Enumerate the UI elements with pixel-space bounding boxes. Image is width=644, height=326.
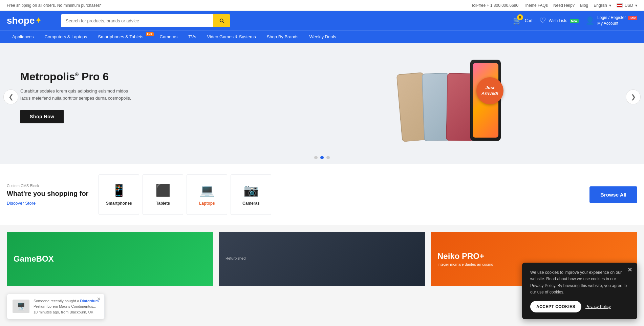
account-link[interactable]: 👤 Login / Register Sale My Account (585, 15, 637, 26)
category-smartphones[interactable]: 📱 Smartphones (99, 174, 139, 215)
nav-item-cameras[interactable]: Cameras (154, 31, 183, 43)
promo-text: Free shipping on all orders. No minimum … (7, 3, 101, 8)
header-actions: 🛒 0 Cart ♡ Wish Lists New 👤 Login / Regi… (513, 15, 637, 26)
promo-subtitle-neiko: Integer momare dantes an cosmo (437, 262, 493, 266)
slider-dot-2[interactable] (320, 156, 324, 159)
hot-badge: Hot (146, 32, 154, 36)
logo-text: shope (7, 15, 35, 26)
category-tablets[interactable]: ⬛ Tablets (143, 174, 183, 215)
promo-text-refurbished: Refurbished (226, 256, 245, 262)
nav-item-computers[interactable]: Computers & Laptops (39, 31, 93, 43)
category-smartphones-label: Smartphones (106, 201, 132, 206)
new-badge: New (570, 19, 579, 23)
hero-slider: ❮ Metropolis® Pro 6 Curabitur sodales lo… (0, 43, 644, 151)
nav-item-appliances[interactable]: Appliances (7, 31, 39, 43)
category-section: Custom CMS Block What're you shopping fo… (0, 164, 644, 225)
blog-link[interactable]: Blog (580, 3, 588, 8)
nav-item-smartphones[interactable]: Smartphones & Tablets Hot (92, 31, 154, 43)
wishlist-label: Wish Lists New (549, 18, 579, 24)
category-icons: 📱 Smartphones ⬛ Tablets 💻 Laptops 📷 Came… (99, 174, 579, 215)
logo-star-icon: ✦ (35, 16, 41, 25)
category-title: What're you shopping for (7, 190, 88, 198)
language-label: English (594, 3, 607, 8)
nav-item-video-games[interactable]: Video Games & Systems (201, 31, 261, 43)
phone-number: Toll-free + 1.800.000.6690 (471, 3, 518, 8)
category-text: Custom CMS Block What're you shopping fo… (7, 184, 88, 206)
smartphone-icon: 📱 (111, 183, 127, 198)
promo-banner-gamebox[interactable]: GameBOX (7, 232, 213, 286)
cookie-message: We use cookies to improve your experienc… (530, 269, 629, 286)
slider-dot-1[interactable] (314, 156, 318, 159)
tablet-icon: ⬛ (155, 183, 171, 198)
slider-dots (0, 151, 644, 164)
hero-description: Curabitur sodales lorem quis adipiscing … (20, 88, 135, 102)
slider-next-button[interactable]: ❯ (626, 89, 641, 104)
wishlist-link[interactable]: ♡ Wish Lists New (539, 16, 579, 25)
cart-label: Cart (525, 18, 533, 24)
category-tablets-label: Tablets (156, 201, 170, 206)
heart-icon: ♡ (539, 16, 546, 25)
promo-banner-refurbished[interactable]: Refurbished (219, 232, 425, 286)
currency-label: USD (625, 3, 633, 8)
camera-icon: 📷 (243, 183, 259, 198)
nav-item-weekly-deals[interactable]: Weekly Deals (304, 31, 342, 43)
slider-prev-button[interactable]: ❮ (3, 89, 18, 104)
my-account-label: My Account (597, 21, 637, 26)
nav-item-brands[interactable]: Shop By Brands (261, 31, 304, 43)
slider-dot-3[interactable] (326, 156, 330, 159)
main-nav: Appliances Computers & Laptops Smartphon… (0, 30, 644, 43)
laptop-icon: 💻 (199, 183, 215, 198)
category-cameras[interactable]: 📷 Cameras (231, 174, 271, 215)
cart-link[interactable]: 🛒 0 Cart (513, 16, 533, 25)
hero-content: Metropolis® Pro 6 Curabitur sodales lore… (0, 57, 290, 137)
category-cameras-label: Cameras (242, 201, 260, 206)
nav-item-tvs[interactable]: TVs (183, 31, 201, 43)
promo-label-refurbished: Refurbished (226, 256, 245, 260)
currency-selector[interactable]: USD ▾ (617, 3, 637, 8)
browse-all-button[interactable]: Browse All (589, 186, 637, 203)
cookie-banner: ✕ We use cookies to improve your experie… (522, 263, 637, 286)
discover-store-link[interactable]: Discover Store (7, 201, 36, 206)
shop-now-button[interactable]: Shop Now (20, 110, 64, 123)
chevron-down-icon: ▾ (635, 3, 637, 8)
logo[interactable]: shope✦ (7, 15, 54, 26)
promo-text-gamebox: GameBOX (14, 254, 54, 264)
promo-text-neiko: Neiko PRO+ Integer momare dantes an cosm… (437, 251, 493, 266)
sale-badge: Sale (628, 16, 637, 20)
need-help-link[interactable]: Need Help? (553, 3, 575, 8)
top-bar-right: Toll-free + 1.800.000.6690 Theme FAQs Ne… (471, 3, 637, 8)
language-selector[interactable]: English ▾ (594, 3, 611, 8)
hero-image: JustArrived! (290, 43, 644, 151)
hero-title: Metropolis® Pro 6 (20, 70, 270, 83)
just-arrived-badge: JustArrived! (476, 77, 503, 104)
phones-display: JustArrived! (399, 49, 535, 144)
cms-label: Custom CMS Block (7, 184, 88, 188)
search-icon (219, 18, 225, 24)
header: shope✦ 🛒 0 Cart ♡ Wish Lists New (0, 11, 644, 30)
user-icon: 👤 (585, 16, 595, 25)
search-input[interactable] (61, 14, 213, 27)
search-button[interactable] (213, 14, 230, 27)
search-bar (61, 14, 230, 27)
cookie-close-button[interactable]: ✕ (627, 266, 632, 273)
login-label: Login / Register Sale (597, 15, 637, 21)
phone-black: JustArrived! (470, 60, 501, 141)
promo-title-neiko: Neiko PRO+ (437, 251, 493, 261)
chevron-down-icon: ▾ (609, 3, 611, 8)
flag-icon (617, 3, 623, 7)
cart-badge: 0 (517, 14, 523, 20)
category-laptops[interactable]: 💻 Laptops (187, 174, 227, 215)
promo-title-gamebox: GameBOX (14, 254, 54, 264)
category-laptops-label: Laptops (199, 201, 215, 206)
theme-faqs-link[interactable]: Theme FAQs (524, 3, 548, 8)
top-bar: Free shipping on all orders. No minimum … (0, 0, 644, 11)
